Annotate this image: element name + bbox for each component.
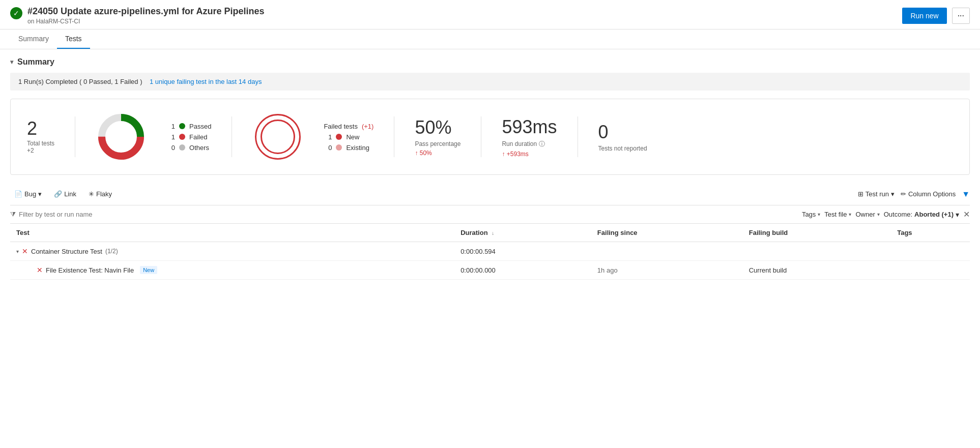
column-options-label: Column Options: [908, 190, 956, 198]
run-new-button[interactable]: Run new: [902, 8, 946, 24]
info-bar-link[interactable]: 1 unique failing test in the last 14 day…: [150, 78, 262, 85]
filter-left: ⧩: [10, 211, 121, 219]
expand-button[interactable]: ▾: [16, 249, 19, 254]
not-reported-block: 0 Tests not reported: [598, 122, 647, 152]
owner-caret-icon: ▾: [877, 212, 880, 217]
owner-filter[interactable]: Owner ▾: [855, 211, 879, 218]
col-tags[interactable]: Tags: [891, 224, 970, 242]
tab-tests[interactable]: Tests: [57, 29, 90, 49]
legend-passed: 1 Passed: [167, 123, 211, 130]
col-duration[interactable]: Duration ↓: [454, 224, 591, 242]
info-icon[interactable]: ⓘ: [539, 140, 545, 148]
test-run-icon: ⊞: [858, 190, 863, 198]
child-fail-icon: ✕: [37, 266, 43, 274]
total-tests-plus: +2: [27, 147, 54, 154]
legend-others-label: Others: [189, 144, 209, 152]
page-subtitle: on HalaRM-CST-CI: [27, 18, 265, 25]
flaky-button[interactable]: ✳ Flaky: [84, 188, 116, 200]
group-test-cell: ▾ ✕ Container Structure Test (1/2): [10, 242, 454, 261]
filter-funnel-icon: ⧩: [10, 211, 16, 219]
pass-donut: [96, 111, 147, 162]
table-header: Test Duration ↓ Failing since Failing bu…: [10, 224, 970, 242]
legend-passed-label: Passed: [189, 123, 211, 130]
test-file-caret-icon: ▾: [849, 212, 851, 217]
toolbar-right: ⊞ Test run ▾ ✏ Column Options ▼: [858, 190, 970, 199]
divider-4: [481, 116, 481, 157]
flaky-icon: ✳: [89, 190, 94, 198]
test-run-caret: ▾: [891, 190, 895, 198]
passed-dot: [179, 123, 185, 129]
bug-label: Bug: [24, 190, 36, 198]
group-test-count: (1/2): [105, 248, 118, 255]
test-file-label: Test file: [824, 211, 847, 218]
bug-button[interactable]: 📄 Bug ▾: [10, 188, 46, 200]
close-filter-button[interactable]: ✕: [963, 210, 970, 219]
filter-bar: ⧩ Tags ▾ Test file ▾ Owner ▾ Outcome: Ab…: [10, 205, 970, 224]
new-badge: New: [140, 266, 157, 274]
tags-filter[interactable]: Tags ▾: [802, 211, 820, 218]
test-run-label: Test run: [866, 190, 889, 198]
main-content: ▾ Summary 1 Run(s) Completed ( 0 Passed,…: [0, 57, 980, 280]
group-failing-since: [591, 242, 743, 261]
chevron-icon: ▾: [10, 58, 13, 66]
child-failing-since: 1h ago: [591, 261, 743, 280]
link-button[interactable]: 🔗 Link: [50, 188, 80, 200]
summary-section: ▾ Summary 1 Run(s) Completed ( 0 Passed,…: [10, 57, 970, 175]
column-options-icon: ✏: [901, 190, 906, 198]
filter-button[interactable]: ▼: [962, 190, 970, 199]
duration-block: 593ms Run duration ⓘ ↑ +593ms: [502, 116, 557, 158]
toolbar-left: 📄 Bug ▾ 🔗 Link ✳ Flaky: [10, 188, 116, 200]
not-reported-label: Tests not reported: [598, 145, 647, 152]
toolbar: 📄 Bug ▾ 🔗 Link ✳ Flaky ⊞ Test run ▾ ✏ Co…: [10, 183, 970, 205]
test-run-button[interactable]: ⊞ Test run ▾: [858, 190, 895, 198]
col-test[interactable]: Test: [10, 224, 454, 242]
page-header: ✓ #24050 Update azure-pipelines.yml for …: [0, 0, 980, 29]
summary-title: Summary: [17, 57, 54, 67]
not-reported-value: 0: [598, 122, 647, 143]
link-icon: 🔗: [54, 190, 62, 198]
header-left: ✓ #24050 Update azure-pipelines.yml for …: [10, 6, 265, 25]
page-title: #24050 Update azure-pipelines.yml for Az…: [27, 6, 265, 17]
legend-existing: 0 Existing: [324, 144, 373, 152]
legend-existing-count: 0: [324, 144, 332, 152]
flaky-label: Flaky: [96, 190, 112, 198]
failed-legend: Failed tests (+1) 1 New 0 Existing: [324, 123, 373, 152]
tab-summary[interactable]: Summary: [10, 29, 57, 49]
pass-percentage-value: 50%: [415, 117, 460, 138]
fail-icon: ✕: [22, 247, 28, 255]
child-failing-build: Current build: [743, 261, 891, 280]
duration-label-text: Run duration: [502, 140, 537, 147]
outcome-filter[interactable]: Outcome: Aborted (+1) ▾: [884, 211, 959, 219]
info-bar-text: 1 Run(s) Completed ( 0 Passed, 1 Failed …: [18, 78, 142, 85]
stats-row: 2 Total tests +2 1: [10, 99, 970, 175]
legend-new-count: 1: [324, 133, 332, 141]
filter-right: Tags ▾ Test file ▾ Owner ▾ Outcome: Abor…: [802, 210, 970, 219]
more-options-button[interactable]: ···: [952, 8, 970, 24]
info-bar: 1 Run(s) Completed ( 0 Passed, 1 Failed …: [10, 73, 970, 91]
divider-2: [232, 116, 232, 157]
duration-label: Run duration ⓘ: [502, 140, 557, 148]
child-test-name: ✕ File Existence Test: Navin File New: [16, 266, 448, 274]
col-failing-build[interactable]: Failing build: [743, 224, 891, 242]
legend-failed-label: Failed: [189, 133, 207, 141]
test-file-filter[interactable]: Test file ▾: [824, 211, 851, 218]
sort-icon: ↓: [492, 230, 494, 236]
others-dot: [179, 144, 185, 151]
group-tags: [891, 242, 970, 261]
pass-percentage-label: Pass percentage: [415, 140, 460, 147]
svg-point-4: [258, 117, 297, 156]
group-test-name: ▾ ✕ Container Structure Test (1/2): [16, 247, 448, 255]
bug-caret: ▾: [38, 190, 42, 198]
column-options-button[interactable]: ✏ Column Options: [901, 190, 956, 198]
failed-dot: [179, 134, 185, 140]
duration-value: 593ms: [502, 116, 557, 138]
summary-header[interactable]: ▾ Summary: [10, 57, 970, 67]
owner-label: Owner: [855, 211, 875, 218]
divider-5: [578, 116, 578, 157]
total-tests-number: 2: [27, 120, 54, 138]
legend-others-count: 0: [167, 144, 175, 152]
group-duration: 0:00:00.594: [454, 242, 591, 261]
col-failing-since[interactable]: Failing since: [591, 224, 743, 242]
filter-input[interactable]: [19, 211, 121, 218]
duration-change: ↑ +593ms: [502, 151, 557, 158]
